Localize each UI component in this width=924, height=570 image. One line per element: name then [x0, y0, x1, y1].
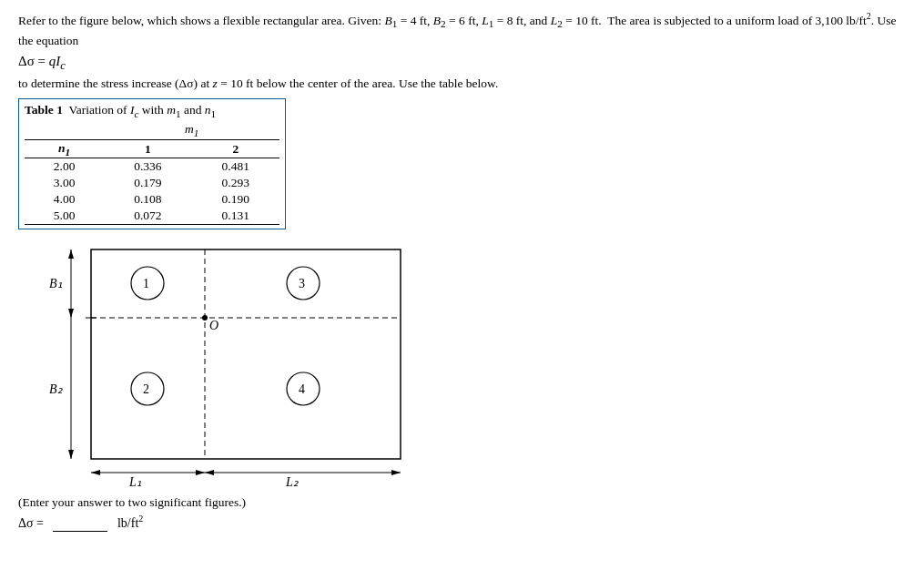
table-row: 3.00 0.179 0.293: [25, 175, 279, 191]
table-number: Table 1: [25, 103, 63, 117]
answer-prompt: (Enter your answer to two significant fi…: [18, 495, 906, 510]
svg-marker-14: [91, 470, 100, 475]
table-wrapper: Table 1 Variation of Ic with m1 and n1 m…: [18, 98, 286, 229]
answer-unit: lb/ft2: [117, 516, 143, 530]
cell-n1: 5.00: [25, 208, 104, 225]
svg-marker-17: [205, 470, 214, 475]
label-q4: 4: [299, 382, 305, 396]
svg-marker-12: [68, 450, 74, 459]
determine-text: to determine the stress increase (Δσ) at…: [18, 76, 906, 91]
cell-ic-m2: 0.481: [192, 158, 279, 176]
cell-ic-m1: 0.179: [104, 175, 191, 191]
diagram-area: O 1 2 3 4 B₁ B₂ L₁ L₂: [46, 240, 906, 486]
col-m2-val: 2: [192, 139, 279, 158]
table-row: 2.00 0.336 0.481: [25, 158, 279, 176]
svg-marker-15: [196, 470, 205, 475]
answer-label: Δσ =: [18, 516, 44, 530]
cell-ic-m1: 0.072: [104, 208, 191, 225]
cell-ic-m1: 0.336: [104, 158, 191, 176]
label-q2: 2: [143, 382, 149, 396]
svg-marker-10: [68, 309, 74, 318]
svg-marker-18: [391, 470, 401, 475]
table-container: Table 1 Variation of Ic with m1 and n1 m…: [18, 98, 906, 229]
label-q1: 1: [143, 277, 149, 290]
problem-intro: Refer to the figure below, which shows a…: [18, 9, 906, 50]
label-B1: B₁: [49, 277, 63, 290]
cell-ic-m2: 0.131: [192, 208, 279, 225]
svg-marker-9: [68, 249, 74, 259]
label-L1: L₁: [128, 475, 142, 486]
cell-ic-m2: 0.293: [192, 175, 279, 191]
cell-n1: 4.00: [25, 191, 104, 208]
col-m1-val: 1: [104, 139, 191, 158]
cell-ic-m1: 0.108: [104, 191, 191, 208]
table-row: 5.00 0.072 0.131: [25, 208, 279, 225]
label-B2: B₂: [49, 382, 63, 396]
label-q3: 3: [299, 277, 305, 290]
cell-n1: 3.00: [25, 175, 104, 191]
equation: Δσ = qIc: [18, 54, 906, 73]
cell-ic-m2: 0.190: [192, 191, 279, 208]
data-table: m1 n1 1 2 2.00 0.336 0.481 3.00 0.179 0.…: [25, 121, 279, 225]
svg-rect-0: [91, 249, 401, 459]
col-m1-header: m1: [104, 121, 279, 139]
col-n1-label: n1: [25, 139, 104, 158]
label-L2: L₂: [285, 475, 299, 486]
table-title: Table 1 Variation of Ic with m1 and n1: [25, 103, 279, 119]
answer-row: Δσ = lb/ft2: [18, 514, 906, 532]
table-row: 4.00 0.108 0.190: [25, 191, 279, 208]
diagram-svg: O 1 2 3 4 B₁ B₂ L₁ L₂: [46, 240, 428, 486]
label-O: O: [209, 319, 218, 332]
answer-input[interactable]: [53, 516, 107, 532]
cell-n1: 2.00: [25, 158, 104, 176]
svg-point-3: [202, 315, 208, 321]
